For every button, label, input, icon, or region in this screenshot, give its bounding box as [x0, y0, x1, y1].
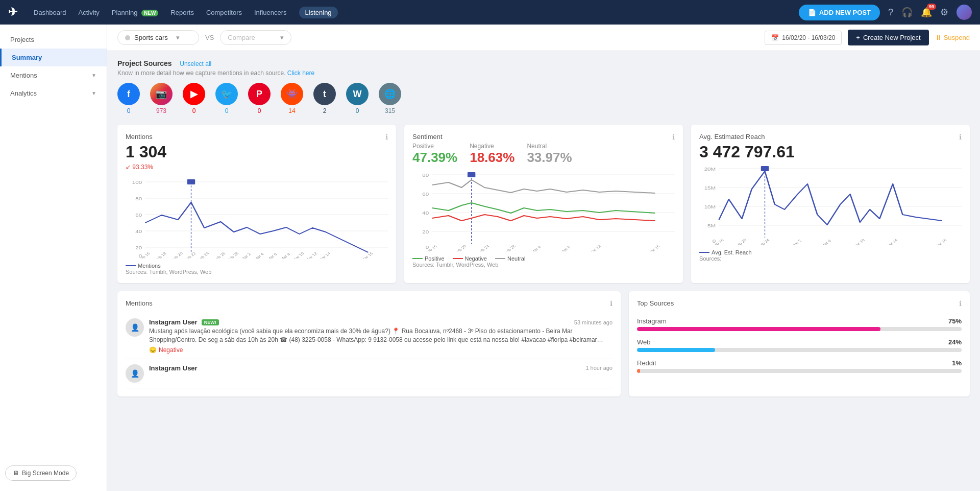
mention-sentiment: 😞 Negative: [149, 346, 612, 354]
sidebar-item-summary[interactable]: Summary: [0, 49, 107, 66]
mentions-list-title: Mentions: [126, 299, 153, 307]
sidebar-item-projects[interactable]: Projects: [0, 31, 107, 49]
reach-card-value: 3 472 797.61: [699, 143, 795, 161]
source-wordpress[interactable]: W 0: [346, 83, 369, 114]
svg-rect-57: [761, 166, 769, 171]
big-screen-button[interactable]: 🖥 Big Screen Mode: [5, 465, 77, 481]
mentions-card-change: ↙ 93.33%: [126, 163, 166, 171]
mention-time: 1 hour ago: [585, 365, 612, 371]
project-sources-section: Project Sources Unselect all Know in mor…: [117, 59, 970, 114]
svg-text:Mar 16: Mar 16: [647, 244, 661, 251]
mentions-chart-card: Mentions 1 304 ↙ 93.33% ℹ: [117, 125, 396, 283]
mentions-list-card: Mentions ℹ 👤 Instagram User NEW! 53 minu…: [117, 291, 621, 396]
svg-text:Mar 4: Mar 4: [253, 252, 265, 259]
nav-influencers[interactable]: Influencers: [254, 9, 287, 16]
new-badge: NEW!: [202, 319, 219, 325]
topnav-right: 📄 ADD NEW POST ? 🎧 🔔 99 ⚙: [799, 5, 972, 20]
source-youtube[interactable]: ▶ 0: [183, 83, 205, 114]
mentions-list-info-icon[interactable]: ℹ: [610, 299, 612, 308]
nav-competitors[interactable]: Competitors: [206, 9, 242, 16]
settings-icon[interactable]: ⚙: [940, 7, 948, 18]
svg-text:100: 100: [132, 180, 142, 185]
svg-text:Mar 12: Mar 12: [305, 251, 318, 259]
svg-text:10M: 10M: [704, 204, 716, 209]
svg-text:Feb 28: Feb 28: [503, 244, 517, 251]
date-range-picker[interactable]: 📅 16/02/20 - 16/03/20: [765, 31, 842, 45]
svg-text:Mar 6: Mar 6: [820, 239, 832, 245]
document-icon: 📄: [808, 9, 816, 16]
svg-text:Feb 24: Feb 24: [197, 251, 210, 259]
svg-text:60: 60: [135, 213, 142, 218]
web-icon: 🌐: [379, 83, 401, 105]
source-pinterest[interactable]: P 0: [248, 83, 271, 114]
sentiment-info-icon[interactable]: ℹ: [672, 133, 675, 141]
new-badge: NEW: [141, 10, 158, 16]
sentiment-chart: 80 60 40 20 0: [412, 170, 675, 251]
svg-text:15M: 15M: [704, 185, 716, 191]
nav-reports[interactable]: Reports: [170, 9, 194, 16]
svg-text:80: 80: [422, 173, 429, 178]
avatar[interactable]: [957, 5, 972, 20]
reach-chart-sources: Sources:: [699, 255, 962, 262]
mention-item: 👤 Instagram User 1 hour ago: [126, 359, 612, 388]
svg-text:40: 40: [422, 211, 429, 216]
help-icon[interactable]: ?: [888, 7, 893, 18]
sentiment-values-row: Positive 47.39% Negative 18.63% Neutral …: [412, 143, 572, 166]
svg-text:Feb 26: Feb 26: [213, 251, 227, 259]
project-dot: [125, 35, 130, 40]
mentions-card-title: Mentions: [126, 133, 166, 141]
notification-icon[interactable]: 🔔 99: [921, 7, 932, 18]
add-post-button[interactable]: 📄 ADD NEW POST: [799, 5, 880, 20]
chart-cards-row: Mentions 1 304 ↙ 93.33% ℹ: [117, 125, 970, 283]
source-instagram[interactable]: 📷 973: [150, 83, 173, 114]
source-twitter[interactable]: 🐦 0: [215, 83, 238, 114]
svg-text:Feb 28: Feb 28: [226, 251, 240, 259]
instagram-progress-bar: [637, 327, 962, 331]
sidebar-item-analytics[interactable]: Analytics ▼: [0, 84, 107, 102]
wordpress-icon: W: [346, 83, 369, 105]
suspend-button[interactable]: ⏸ Suspend: [935, 34, 970, 41]
svg-rect-12: [187, 179, 195, 184]
instagram-progress-fill: [637, 327, 880, 331]
click-here-link[interactable]: Click here: [287, 69, 314, 77]
svg-text:Mar 2: Mar 2: [240, 252, 252, 259]
unselect-all-link[interactable]: Unselect all: [180, 60, 211, 67]
nav-activity[interactable]: Activity: [79, 9, 100, 16]
mentions-chart-sources: Sources: Tumblr, WordPress, Web: [126, 269, 388, 275]
top-source-reddit: Reddit 1%: [637, 359, 962, 373]
svg-text:Feb 20: Feb 20: [170, 251, 184, 259]
svg-text:Mar 12: Mar 12: [588, 244, 602, 251]
mention-avatar: 👤: [126, 318, 144, 337]
sidebar-item-mentions[interactable]: Mentions ▼: [0, 66, 107, 84]
reddit-progress-fill: [637, 369, 640, 373]
top-sources-info-icon[interactable]: ℹ: [959, 299, 962, 308]
nav-dashboard[interactable]: Dashboard: [34, 9, 66, 16]
svg-text:Mar 8: Mar 8: [279, 252, 291, 259]
reach-legend: Avg. Est. Reach: [699, 249, 962, 255]
monitor-icon: 🖥: [13, 470, 19, 477]
vs-label: VS: [205, 34, 214, 41]
headphones-icon[interactable]: 🎧: [901, 7, 913, 18]
svg-text:Mar 4: Mar 4: [530, 245, 543, 251]
mentions-info-icon[interactable]: ℹ: [385, 133, 388, 141]
svg-text:40: 40: [135, 229, 142, 234]
top-sources-title: Top Sources: [637, 299, 674, 307]
source-tumblr[interactable]: t 2: [313, 83, 336, 114]
create-project-button[interactable]: + Create New Project: [848, 30, 928, 45]
source-reddit[interactable]: 👾 14: [281, 83, 303, 114]
compare-selector[interactable]: Compare ▾: [220, 30, 291, 45]
dropdown-icon: ▾: [176, 34, 180, 41]
app-logo[interactable]: ✈: [8, 6, 17, 19]
mention-item: 👤 Instagram User NEW! 53 minutes ago Mus…: [126, 313, 612, 359]
project-selector[interactable]: Sports cars ▾: [117, 30, 199, 45]
notification-count: 99: [927, 4, 936, 10]
reach-info-icon[interactable]: ℹ: [959, 133, 962, 141]
svg-text:20: 20: [422, 229, 429, 235]
source-web[interactable]: 🌐 315: [379, 83, 401, 114]
nav-planning[interactable]: Planning NEW: [112, 9, 159, 16]
svg-text:Mar 16: Mar 16: [934, 238, 948, 245]
compare-dropdown-icon: ▾: [280, 34, 284, 41]
nav-listening[interactable]: Listening: [299, 7, 338, 18]
source-facebook[interactable]: f 0: [117, 83, 140, 114]
pinterest-icon: P: [248, 83, 271, 105]
